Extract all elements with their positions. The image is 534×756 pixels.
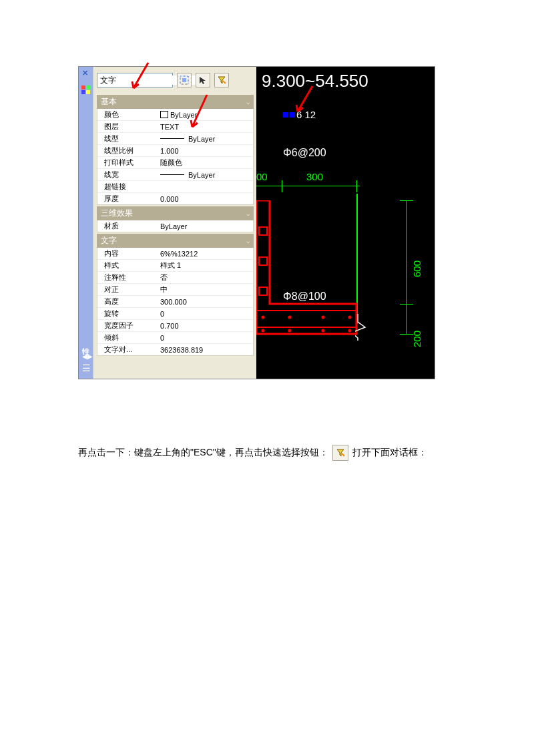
rebar-text: Φ6@200 [283,147,326,159]
section-title: 三维效果 [101,208,133,219]
selected-text[interactable]: 6 12 [296,109,316,120]
svg-rect-3 [86,90,90,94]
dim-text: 200 [411,331,423,347]
prop-hyperlink[interactable]: 超链接 [97,181,253,193]
prop-layer[interactable]: 图层 TEXT [97,121,253,133]
prop-content[interactable]: 内容6%%13212 [97,248,253,260]
structure-shape [256,200,370,347]
chevron-icon: ⌵ [246,210,250,217]
panel-toolbar: ▼ [94,67,256,93]
svg-point-6 [262,316,265,319]
prop-material[interactable]: 材质 ByLayer [97,220,253,232]
prop-lineweight[interactable]: 线宽 ByLayer [97,169,253,181]
dim-text: 600 [411,260,423,277]
svg-rect-2 [81,90,85,94]
break-symbol [355,314,375,341]
select-similar-icon[interactable] [177,73,192,87]
close-icon[interactable]: ✕ [82,69,88,77]
dim-text: 300 [306,171,323,182]
svg-rect-16 [259,287,267,295]
text-props: 内容6%%13212 样式样式 1 注释性否 对正中 高度300.000 旋转0… [97,248,254,356]
quick-select-icon [332,445,348,461]
prop-style[interactable]: 样式样式 1 [97,260,253,272]
object-type-dropdown[interactable]: ▼ [97,73,173,87]
section-title: 基本 [101,96,117,108]
quick-select-icon[interactable] [214,73,229,87]
prop-thickness[interactable]: 厚度 0.000 [97,193,253,204]
list-icon[interactable]: ☰ [82,363,91,373]
svg-point-11 [288,329,292,333]
caption-text: 再点击一下：键盘左上角的"ESC"键，再点击快速选择按钮： 打开下面对话框： [78,445,427,461]
svg-rect-15 [259,257,267,265]
basic-props: 颜色 ByLayer 图层 TEXT 线型 ByLayer 线型比例 1.000… [97,109,254,205]
prop-ltscale[interactable]: 线型比例 1.000 [97,145,253,157]
section-text[interactable]: 文字 ⌵ [97,234,254,248]
prop-height[interactable]: 高度300.000 [97,296,253,308]
svg-point-12 [322,329,325,333]
prop-annotative[interactable]: 注释性否 [97,272,253,284]
prop-widthfactor[interactable]: 宽度因子0.700 [97,320,253,332]
dim-text: 00 [256,171,268,182]
prop-color[interactable]: 颜色 ByLayer [97,109,253,121]
svg-point-7 [288,316,292,319]
dim-line [256,186,360,186]
prop-oblique[interactable]: 倾斜0 [97,332,253,344]
svg-point-8 [322,316,325,319]
chevron-icon: ⌵ [246,238,250,244]
grip-icon[interactable] [290,112,295,118]
collapse-icon[interactable]: ◀▶ [82,353,93,360]
prop-rotation[interactable]: 旋转0 [97,308,253,320]
section-basic[interactable]: 基本 ⌵ [97,95,254,109]
section-3d[interactable]: 三维效果 ⌵ [97,206,254,220]
svg-point-10 [262,329,265,333]
svg-rect-14 [259,227,267,235]
section-title: 文字 [101,235,117,246]
svg-rect-5 [182,78,186,82]
svg-point-9 [348,316,352,319]
prop-justify[interactable]: 对正中 [97,284,253,296]
palette-sidebar: ✕ 特性 ◀▶ ☰ [79,67,93,379]
cad-screenshot: ✕ 特性 ◀▶ ☰ ▼ [78,66,435,379]
prop-plotstyle[interactable]: 打印样式 随颜色 [97,157,253,169]
grip-icon[interactable] [283,112,288,118]
svg-point-13 [348,329,352,333]
select-object-icon[interactable] [196,73,210,87]
svg-rect-1 [86,85,90,89]
drawing-area[interactable]: 9.300~54.550 6 12 Φ6@200 Φ8@100 00 300 6… [256,67,435,379]
palette-icon[interactable] [81,85,91,96]
prop-linetype[interactable]: 线型 ByLayer [97,133,253,145]
chevron-icon: ⌵ [246,99,250,106]
svg-rect-0 [81,85,85,89]
prop-alignx[interactable]: 文字对...3623638.819 [97,344,253,355]
3d-props: 材质 ByLayer [97,220,254,232]
title-range-text: 9.300~54.550 [262,71,368,91]
properties-panel: ▼ 基本 ⌵ 颜色 ByLayer [93,67,256,379]
